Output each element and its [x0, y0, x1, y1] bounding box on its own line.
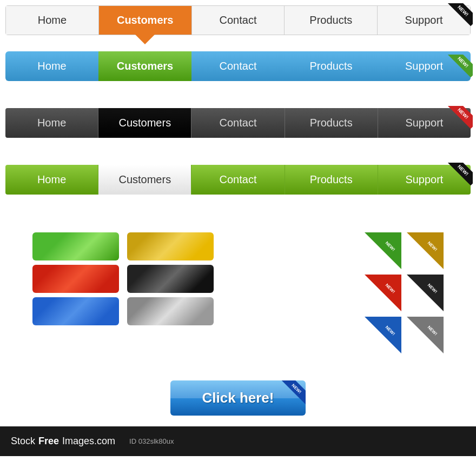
footer-stock: Stock: [11, 436, 35, 447]
nav4-item-home[interactable]: Home: [5, 165, 98, 195]
nav2: Home Customers Contact Products Support: [5, 51, 471, 81]
ribbon-dark: NEW!: [407, 275, 444, 311]
footer-images: Images.com: [62, 436, 115, 447]
nav2-item-home[interactable]: Home: [5, 51, 98, 81]
new-badge-2: NEW!: [447, 55, 473, 81]
nav1-item-home[interactable]: Home: [6, 6, 99, 35]
clickhere-badge-label: NEW!: [281, 380, 306, 404]
swatch-silver[interactable]: [127, 297, 214, 325]
swatch-black[interactable]: [127, 265, 214, 293]
new-badge-label-2: NEW!: [448, 55, 473, 77]
spacer: [224, 232, 332, 353]
swatch-red[interactable]: [32, 265, 119, 293]
nav4-item-products[interactable]: Products: [285, 165, 378, 195]
new-badge-4: NEW!: [447, 163, 473, 189]
nav3-item-home[interactable]: Home: [5, 108, 98, 138]
new-badge-3: NEW!: [447, 106, 473, 132]
nav2-item-customers[interactable]: Customers: [98, 51, 191, 81]
footer: Stock Free Images.com ID 032slk80ux: [0, 426, 476, 456]
swatch-columns: [32, 232, 214, 353]
nav1-container: Home Customers Contact Products Support …: [0, 0, 476, 51]
nav2-item-products[interactable]: Products: [285, 51, 378, 81]
new-badge-label-4: NEW!: [448, 163, 473, 185]
nav3-item-contact[interactable]: Contact: [191, 108, 285, 138]
ribbon-red: NEW!: [365, 275, 401, 311]
ribbon-silver: NEW!: [407, 317, 444, 353]
new-badge-label-3: NEW!: [448, 106, 473, 129]
nav2-container: Home Customers Contact Products Support …: [0, 51, 476, 97]
footer-free: Free: [38, 436, 59, 447]
nav1-item-contact[interactable]: Contact: [192, 6, 285, 35]
clickhere-label: Click here!: [202, 390, 274, 406]
nav4-container: Home Customers Contact Products Support …: [0, 159, 476, 216]
ribbon-green: NEW!: [365, 232, 401, 269]
nav1: Home Customers Contact Products Support: [5, 5, 471, 35]
clickhere-new-badge: NEW!: [279, 380, 306, 407]
swatch-col-right: [127, 232, 214, 353]
swatch-yellow[interactable]: [127, 232, 214, 260]
nav1-item-customers[interactable]: Customers: [99, 6, 192, 35]
swatches-ribbons-section: NEW! NEW! NEW! NEW! NEW!: [0, 227, 476, 359]
nav3-item-customers[interactable]: Customers: [98, 108, 191, 138]
ribbon-blue: NEW!: [365, 317, 401, 353]
swatch-blue[interactable]: [32, 297, 119, 325]
ribbon-gold: NEW!: [407, 232, 444, 269]
clickhere-section: Click here! NEW!: [0, 364, 476, 426]
swatch-green[interactable]: [32, 232, 119, 260]
swatch-col-left: [32, 232, 119, 353]
footer-id: ID 032slk80ux: [129, 437, 174, 445]
new-badge-1: NEW!: [447, 3, 473, 29]
nav4-item-contact[interactable]: Contact: [191, 165, 285, 195]
nav4-item-customers[interactable]: Customers: [98, 165, 191, 195]
nav1-item-products[interactable]: Products: [285, 6, 378, 35]
new-badge-label-1: NEW!: [448, 3, 473, 26]
ribbon-icons-grid: NEW! NEW! NEW! NEW! NEW!: [365, 232, 444, 353]
clickhere-button[interactable]: Click here! NEW!: [170, 380, 306, 416]
nav3: Home Customers Contact Products Support: [5, 108, 471, 138]
nav2-item-contact[interactable]: Contact: [191, 51, 285, 81]
nav3-item-products[interactable]: Products: [285, 108, 378, 138]
nav4: Home Customers Contact Products Support: [5, 165, 471, 195]
nav3-container: Home Customers Contact Products Support …: [0, 103, 476, 154]
